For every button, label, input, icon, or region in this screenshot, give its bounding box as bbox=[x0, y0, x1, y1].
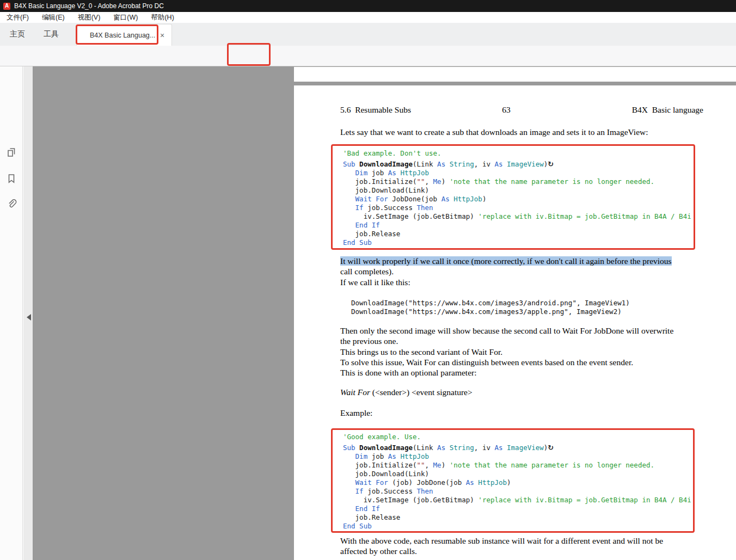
syntax-line: Wait For (<sender>) <event signature> bbox=[340, 387, 473, 397]
page-thumbnails-panel-button[interactable] bbox=[5, 146, 18, 159]
code-line: job.Release bbox=[343, 513, 693, 522]
intro-paragraph: Lets say that we want to create a sub th… bbox=[340, 127, 648, 137]
code-line: If job.Success Then bbox=[343, 204, 694, 212]
body-paragraph: Then only the second image will show bec… bbox=[340, 325, 673, 378]
code-line: Wait For (job) JobDone(job As HttpJob) bbox=[343, 478, 693, 487]
closing-paragraph: With the above code, each resumable sub … bbox=[340, 536, 663, 557]
highlight-paragraph: It will work properly if we call it once… bbox=[340, 256, 700, 287]
pages-icon bbox=[5, 146, 18, 159]
code-line: job.Initialize("", Me) 'note that the na… bbox=[343, 461, 693, 470]
bookmark-icon bbox=[5, 172, 18, 185]
code-line: Sub DownloadImage(Link As String, iv As … bbox=[343, 160, 694, 169]
code-line: End Sub bbox=[343, 522, 693, 531]
code-line: Dim job As HttpJob bbox=[343, 169, 694, 177]
code-line: End If bbox=[343, 221, 694, 230]
code-line: job.Release bbox=[343, 230, 694, 238]
tab-document-label: B4X Basic Languag... bbox=[90, 32, 156, 39]
code-block-bad-example: 'Bad example. Don't use.Sub DownloadImag… bbox=[331, 144, 695, 250]
pdf-page: 5.6 Resumable Subs 63 B4X Basic language… bbox=[294, 85, 736, 560]
code-line: iv.SetImage (job.GetBitmap) 'replace wit… bbox=[343, 496, 693, 504]
menu-edit[interactable]: 编辑(E) bbox=[35, 13, 71, 22]
call-example-code: DownloadImage("https://www.b4x.com/image… bbox=[351, 299, 630, 316]
tab-tools[interactable]: 工具 bbox=[44, 23, 59, 46]
selected-text: It will work properly if we call it once… bbox=[340, 256, 672, 266]
code-line: job.Download(Link) bbox=[343, 470, 693, 478]
header-book-title: B4X Basic language bbox=[632, 105, 703, 115]
code-line: job.Download(Link) bbox=[343, 186, 694, 195]
code-line: Sub DownloadImage(Link As String, iv As … bbox=[343, 444, 693, 452]
code-block-good-example: 'Good example. Use.Sub DownloadImage(Lin… bbox=[331, 428, 695, 533]
syntax-rest: (<sender>) <event signature> bbox=[370, 387, 473, 397]
tab-bar: 主页 工具 B4X Basic Languag... × bbox=[0, 23, 736, 46]
window-title: B4X Basic Language V2_0 - Adobe Acrobat … bbox=[14, 2, 164, 10]
paperclip-icon bbox=[5, 197, 18, 210]
code-line: job.Initialize("", Me) 'note that the na… bbox=[343, 177, 694, 186]
menu-help[interactable]: 帮助(H) bbox=[144, 13, 180, 22]
menu-bar: 文件(F) 编辑(E) 视图(V) 窗口(W) 帮助(H) bbox=[0, 12, 736, 23]
panel-edge bbox=[23, 66, 33, 560]
previous-page-bottom bbox=[294, 67, 736, 82]
bookmarks-panel-button[interactable] bbox=[5, 172, 18, 185]
code-line: End If bbox=[343, 504, 693, 513]
resumable-sub-icon: ↻ bbox=[548, 444, 554, 452]
menu-view[interactable]: 视图(V) bbox=[71, 13, 107, 22]
code-line: Wait For JobDone(job As HttpJob) bbox=[343, 195, 694, 204]
main-toolbar: 63 / 140 90% ▾ bbox=[0, 46, 736, 66]
attachments-panel-button[interactable] bbox=[5, 197, 18, 210]
code-line: Dim job As HttpJob bbox=[343, 452, 693, 461]
menu-window[interactable]: 窗口(W) bbox=[107, 13, 144, 22]
navigation-pane bbox=[0, 66, 23, 560]
menu-file[interactable]: 文件(F) bbox=[0, 13, 35, 22]
code-line: 'Bad example. Don't use. bbox=[343, 149, 694, 158]
tab-home[interactable]: 主页 bbox=[10, 23, 25, 46]
code-line: 'Good example. Use. bbox=[343, 433, 693, 441]
code-line: iv.SetImage (job.GetBitmap) 'replace wit… bbox=[343, 212, 694, 221]
code-line: If job.Success Then bbox=[343, 487, 693, 496]
paragraph-line: call completes). bbox=[340, 266, 700, 276]
tab-close-icon[interactable]: × bbox=[157, 31, 167, 40]
resumable-sub-icon: ↻ bbox=[548, 160, 554, 168]
header-page-number: 63 bbox=[474, 105, 539, 115]
header-section: 5.6 Resumable Subs bbox=[340, 105, 411, 115]
acrobat-logo-icon: A bbox=[3, 3, 10, 10]
example-label: Example: bbox=[340, 408, 372, 418]
paragraph-line: If we call it like this: bbox=[340, 277, 700, 287]
tab-document[interactable]: B4X Basic Languag... × bbox=[76, 24, 172, 46]
code-line: End Sub bbox=[343, 238, 694, 247]
syntax-keyword: Wait For bbox=[340, 387, 370, 397]
collapse-panel-icon[interactable] bbox=[27, 314, 31, 321]
title-bar: A B4X Basic Language V2_0 - Adobe Acroba… bbox=[0, 0, 736, 12]
